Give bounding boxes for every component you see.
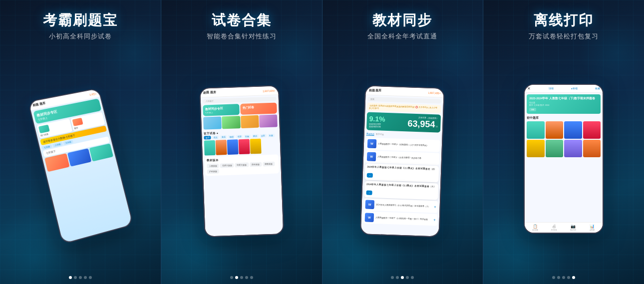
dot-4-2[interactable] — [557, 276, 560, 279]
s2-book-1[interactable] — [204, 140, 215, 155]
s3-list-item-2[interactable]: W 人教新版数学二年级下《分类与整理》同步练习卷 — [365, 150, 440, 165]
s4-cover-title: 2023-2024学年 人教数七年级（下)数字期末押题卷 — [529, 97, 598, 100]
section-1-subtitle: 小初高全科同步试卷 — [43, 32, 118, 41]
dot-3-1[interactable] — [391, 276, 394, 279]
s4-action-collect[interactable]: 收藏 — [595, 87, 600, 90]
s4-grid-book-4[interactable] — [583, 121, 601, 139]
section-2-subtitle: 智能卷合集针对性练习 — [207, 32, 277, 41]
dot-4-3[interactable] — [562, 276, 565, 279]
s2-feature-card-2[interactable]: 热门试卷 — [240, 102, 277, 115]
s3-overlay-card-2[interactable]: 2024学年人教新版七年级上学期《2.1整式》名校试题套卷（1） + — [364, 181, 439, 200]
s3-list-item-1[interactable]: W 人教新版数学一年级下《试制题组—小子 同学专项系列》 — [366, 137, 440, 152]
dot-1-4[interactable] — [84, 276, 87, 279]
s2-tb-5[interactable]: 湘教新版 — [263, 161, 275, 166]
s2-feat-title-1: 教材同步专区 — [205, 106, 237, 111]
s4-nav-label-2: 打印文 — [551, 229, 557, 231]
s3-icon-2: W — [367, 152, 376, 161]
s3-list-item-4[interactable]: W 人教新版数学一年级下《1.2再拓就一长数一第十》同步练卷 + — [363, 211, 438, 226]
dot-2-1[interactable] — [230, 276, 233, 279]
phone-wrapper-2: 刷题 题库 1,607,635+ 八年级下 教材同步专区 七年级上 热门试卷 — [199, 85, 284, 237]
dot-2-3[interactable] — [240, 276, 243, 279]
dot-2-2[interactable] — [235, 276, 238, 279]
s4-grid-book-2[interactable] — [546, 121, 564, 139]
s4-grid-book-5[interactable] — [527, 140, 545, 157]
s1-list-grade: 七年级下 — [45, 150, 56, 154]
s2-subject-math[interactable]: 数学 — [204, 136, 211, 139]
s2-subject-chem[interactable]: 化学 — [236, 134, 243, 138]
s4-action-detail[interactable]: 详情 — [549, 87, 554, 90]
s2-feature-card-1[interactable]: 教材同步专区 七年级上 — [203, 104, 240, 116]
s4-grid-book-1[interactable] — [527, 121, 545, 139]
dot-3-2[interactable] — [396, 276, 399, 279]
s4-nav-print[interactable]: 🖨 打印文 — [545, 224, 564, 231]
s3-overlay-card-1[interactable]: 2024学年人教新版七年级上学期《2.1整式》名校试题套在（2） + — [365, 163, 439, 182]
s2-book-imgs — [204, 138, 278, 155]
section-exam-collection: 试卷合集 智能卷合集针对性练习 刷题 题库 1,607,635+ 八年级下 教材… — [161, 0, 322, 284]
dot-1-3[interactable] — [79, 276, 82, 279]
s2-book-2[interactable] — [215, 140, 227, 155]
s4-cover-meta2: 数学 七年级 数术 2024 — [529, 104, 598, 106]
s3-icon-3: W — [365, 200, 375, 209]
s4-action-score[interactable]: ●科绩 — [571, 87, 578, 90]
s2-subject-history[interactable]: 历史 — [260, 134, 267, 137]
dot-3-3[interactable] — [401, 276, 404, 279]
phone-mockup-3: 刷题 题库 1,607,435+ 搜索 当前题库: 提高95%刷题效率最真题的解… — [360, 85, 445, 237]
s2-subject-english[interactable]: 英语 — [220, 135, 227, 139]
s3-big-num: 63,954 — [407, 118, 435, 130]
dot-4-4[interactable] — [567, 276, 570, 279]
s2-search-text: 八年级下 — [205, 99, 213, 102]
s4-book-cover: 2023-2024学年 人教数七年级（下)数字期末押题卷 综合题 数学 七年级 … — [527, 94, 601, 114]
s3-stat-label2: 您使用的试卷 — [369, 125, 385, 128]
s2-tb-3[interactable]: 华师大版版 — [235, 162, 249, 167]
s2-tb-tags: 人教新版 北师大版版 华师大版版 苏科新版 湘教新版 沪科新版 — [207, 161, 277, 174]
s2-subject-geo[interactable]: 出港 — [268, 133, 275, 137]
dot-1-2[interactable] — [74, 276, 77, 279]
s2-tb-2[interactable]: 北师大版版 — [220, 163, 234, 168]
s4-nav-exams[interactable]: 📋 全试卷 — [526, 224, 545, 231]
s2-subject-bio[interactable]: 生物 — [244, 134, 251, 138]
s2-book-3[interactable] — [227, 139, 238, 155]
s3-list-item-3[interactable]: W 2024学年人教新版初七《3.1.2等式的性练》常年题套卷（2） + — [364, 198, 438, 213]
s2-search[interactable]: 八年级下 — [202, 96, 276, 103]
s4-grid-book-8[interactable] — [583, 140, 601, 157]
s4-exam-icon: 📋 — [526, 224, 545, 229]
s4-nav-score[interactable]: 📊 ●科绩 — [583, 224, 602, 231]
dot-1-1[interactable] — [69, 276, 72, 279]
s1-card-icon-2 — [72, 117, 83, 126]
s3-item-text-2: 人教新版数学二年级下《分类与整理》同步练习卷 — [377, 155, 421, 159]
s2-subject-chinese[interactable]: 语文 — [212, 135, 219, 139]
dot-3-5[interactable] — [411, 276, 414, 279]
s4-close-icon[interactable]: ✕ — [527, 86, 531, 91]
s3-ov-title-1: 2024学年人教新版七年级上学期《2.1整式》名校试题套在（2） — [367, 165, 437, 170]
s3-search[interactable]: 搜索 — [367, 96, 441, 103]
s3-tab-textbook[interactable]: 教材同步 — [366, 132, 374, 136]
section-textbook-sync: 教材同步 全国全科全年考试直通 刷题 题库 1,607,435+ 搜索 当前题库… — [322, 0, 483, 284]
s4-nav-camera[interactable]: 📷 拍片对 — [564, 224, 583, 231]
s2-book-5[interactable] — [250, 138, 261, 154]
s4-grid-book-7[interactable] — [564, 140, 582, 157]
s2-feat-title-2: 热门试卷 — [242, 104, 275, 110]
section-offline-print: 离线打印 万套试卷轻松打包复习 ✕ 详情 ●科绩 收藏 2023-2024学年 … — [483, 0, 644, 284]
s3-ov-btn-1[interactable]: + — [367, 173, 373, 177]
dot-2-4[interactable] — [245, 276, 248, 279]
dot-4-5[interactable] — [572, 276, 575, 279]
s3-add-btn-4[interactable]: + — [433, 217, 436, 222]
s2-tb-1[interactable]: 人教新版 — [207, 163, 219, 168]
s3-ov-btn-2[interactable]: + — [366, 190, 373, 195]
s2-tb-4[interactable]: 苏科新版 — [250, 162, 262, 167]
dot-4-1[interactable] — [552, 276, 555, 279]
s2-tb-6[interactable]: 沪科新版 — [207, 169, 219, 174]
s3-add-btn-3[interactable]: + — [434, 204, 436, 209]
s3-tab-math[interactable]: 数学试卷 — [376, 133, 384, 136]
s2-subject-physics[interactable]: 物理 — [228, 135, 235, 138]
s2-book-4[interactable] — [238, 139, 250, 154]
s4-score-icon: 📊 — [583, 224, 602, 229]
dot-1-5[interactable] — [89, 276, 92, 279]
s4-grid-book-3[interactable] — [564, 121, 582, 139]
dot-2-5[interactable] — [250, 276, 253, 279]
s3-stat-pct: 9.1% — [369, 114, 385, 123]
s2-subject-politics[interactable]: 政治 — [252, 134, 259, 137]
dot-3-4[interactable] — [406, 276, 409, 279]
s4-grid-book-6[interactable] — [546, 140, 564, 157]
s4-section-prev: 前中题库 — [525, 115, 603, 121]
